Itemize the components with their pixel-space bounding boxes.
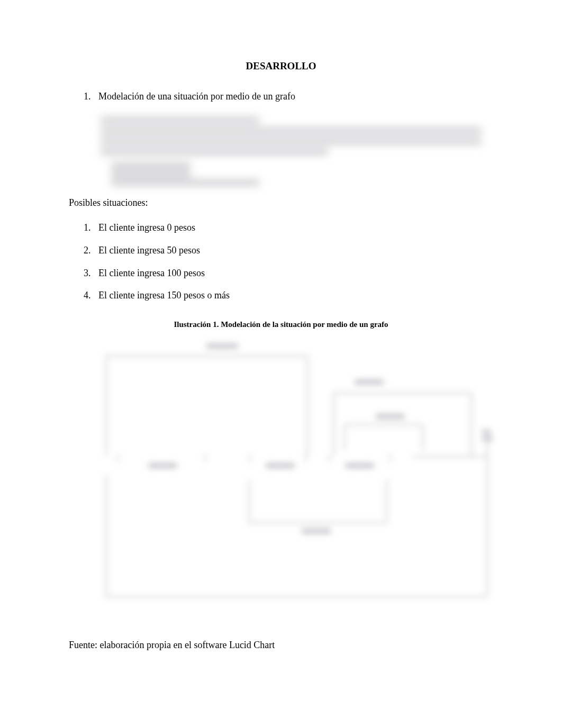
list-item: 3. El cliente ingresa 100 pesos xyxy=(84,266,493,281)
list-text: El cliente ingresa 0 pesos xyxy=(98,220,195,235)
section-text: Modelación de una situación por medio de… xyxy=(98,89,295,104)
figure-caption: Ilustración 1. Modelación de la situació… xyxy=(69,318,493,331)
page-title: DESARROLLO xyxy=(69,58,493,74)
list-text: El cliente ingresa 150 pesos o más xyxy=(98,288,230,303)
situations-list: 1. El cliente ingresa 0 pesos 2. El clie… xyxy=(84,220,493,303)
list-item: 1. El cliente ingresa 0 pesos xyxy=(84,220,493,235)
list-number: 4. xyxy=(84,288,98,303)
list-number: 3. xyxy=(84,266,98,281)
list-text: El cliente ingresa 50 pesos xyxy=(98,243,200,258)
blurred-content-block xyxy=(101,116,520,185)
list-item: 4. El cliente ingresa 150 pesos o más xyxy=(84,288,493,303)
list-number: 1. xyxy=(84,220,98,235)
source-text: Fuente: elaboración propia en el softwar… xyxy=(69,638,493,653)
section-heading: 1. Modelación de una situación por medio… xyxy=(84,89,493,104)
list-number: 2. xyxy=(84,243,98,258)
list-text: El cliente ingresa 100 pesos xyxy=(98,266,205,281)
subheading-posibles: Posibles situaciones: xyxy=(69,195,493,211)
list-item: 2. El cliente ingresa 50 pesos xyxy=(84,243,493,258)
blurred-diagram xyxy=(101,342,497,623)
section-number: 1. xyxy=(84,89,98,104)
